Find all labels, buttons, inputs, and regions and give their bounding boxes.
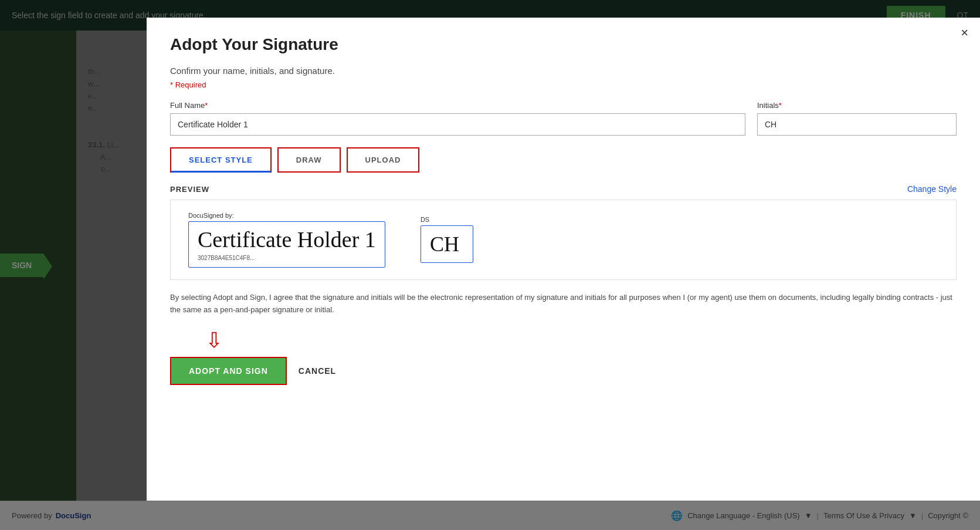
ds-label: DS: [421, 216, 473, 223]
signature-preview-text: Certificate Holder 1: [198, 228, 376, 252]
bottom-buttons: ADOPT AND SIGN CANCEL: [170, 357, 957, 385]
modal-subtitle: Confirm your name, initials, and signatu…: [170, 66, 957, 76]
initials-input[interactable]: [757, 113, 957, 136]
adopt-signature-modal: × Adopt Your Signature Confirm your name…: [147, 18, 980, 501]
tab-upload[interactable]: UPLOAD: [347, 147, 420, 173]
signature-hash: 3027B8A4E51C4F8...: [198, 255, 376, 261]
arrow-down-icon: ⇩: [205, 330, 223, 351]
modal-title: Adopt Your Signature: [170, 35, 957, 54]
full-name-input[interactable]: [170, 113, 745, 136]
preview-label: PREVIEW: [170, 185, 209, 194]
close-button[interactable]: ×: [961, 26, 968, 39]
change-style-link[interactable]: Change Style: [907, 184, 957, 194]
initials-preview-text: CH: [430, 232, 464, 256]
full-name-group: Full Name*: [170, 101, 745, 136]
legal-text: By selecting Adopt and Sign, I agree tha…: [170, 292, 957, 316]
preview-header: PREVIEW Change Style: [170, 184, 957, 194]
form-row: Full Name* Initials*: [170, 101, 957, 136]
tab-draw[interactable]: DRAW: [277, 147, 341, 173]
initials-block: DS CH: [421, 216, 473, 263]
required-note: * Required: [170, 80, 957, 89]
cancel-button[interactable]: CANCEL: [299, 366, 336, 376]
full-name-label: Full Name*: [170, 101, 745, 110]
preview-box: DocuSigned by: Certificate Holder 1 3027…: [170, 200, 957, 280]
initials-container: CH: [421, 225, 473, 263]
initials-group: Initials*: [757, 101, 957, 136]
red-arrow: ⇩: [205, 330, 957, 351]
tab-select-style[interactable]: SELECT STYLE: [170, 147, 272, 173]
docusigned-label: DocuSigned by:: [188, 212, 385, 219]
adopt-and-sign-button[interactable]: ADOPT AND SIGN: [170, 357, 287, 385]
signature-container: Certificate Holder 1 3027B8A4E51C4F8...: [188, 221, 385, 268]
initials-label: Initials*: [757, 101, 957, 110]
signature-tabs: SELECT STYLE DRAW UPLOAD: [170, 147, 957, 173]
signature-block: DocuSigned by: Certificate Holder 1 3027…: [188, 212, 385, 268]
